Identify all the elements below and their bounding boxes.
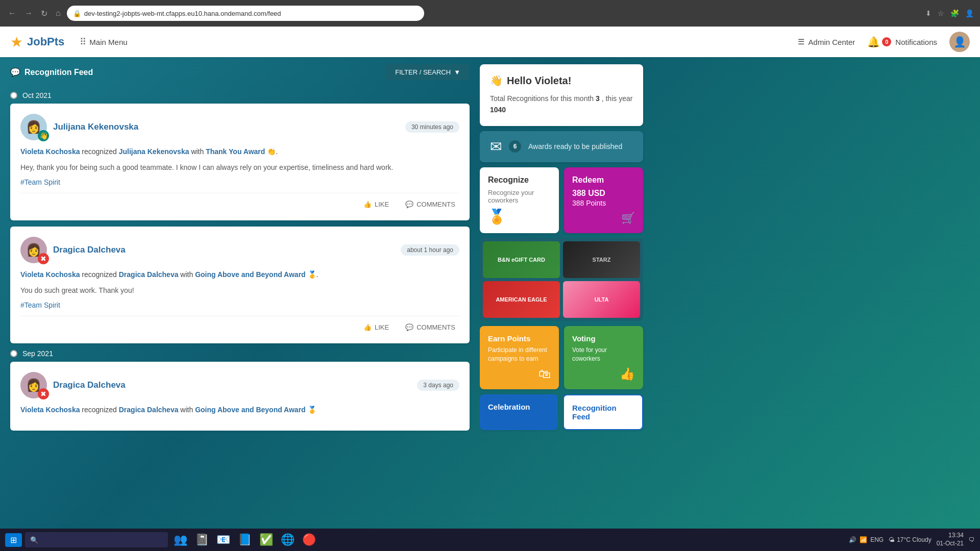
recognizer-name: Violeta Kochoska [20, 147, 80, 156]
awards-ready-card[interactable]: ✉ 6 Awards ready to be published [480, 131, 643, 162]
earn-points-card[interactable]: Earn Points Participate in different cam… [480, 326, 559, 390]
hashtag: #Team Spirit [20, 178, 60, 186]
main-content: 💬 Recognition Feed FILTER / SEARCH ▼ Oct… [0, 57, 980, 551]
card-user-info: 👩 ✖ Dragica Dalcheva [20, 372, 126, 398]
card-header: 👩 ✖ Dragica Dalcheva 3 days ago [20, 372, 459, 398]
user-avatar[interactable]: 👤 [949, 32, 970, 52]
reload-button[interactable]: ↻ [39, 7, 50, 20]
celebration-title: Celebration [488, 403, 530, 411]
time-badge: about 1 hour ago [401, 244, 459, 256]
search-icon: 🔍 [30, 536, 38, 544]
taskbar-app-checklist[interactable]: ✅ [257, 531, 275, 549]
date-display: 01-Oct-21 [937, 540, 964, 548]
card-footer: 👍 LIKE 💬 COMMENTS [20, 316, 459, 333]
thumb-icon: 👍 [620, 367, 635, 381]
recognized-verb: recognized [82, 270, 118, 279]
hello-name: Hello Violeta! [507, 75, 571, 87]
weather-text: 17°C Cloudy [897, 536, 932, 543]
awards-ready-text: Awards ready to be published [528, 142, 622, 151]
logo-area[interactable]: ★ JobPts [10, 34, 64, 51]
award-name: Going Above and Beyond Award [195, 270, 306, 279]
recognized-verb: recognized [82, 406, 118, 414]
forward-button[interactable]: → [22, 7, 35, 20]
like-button[interactable]: 👍 LIKE [359, 198, 393, 210]
taskbar-app-word[interactable]: 📘 [235, 531, 254, 549]
card-user-name: Dragica Dalcheva [53, 380, 126, 390]
feed-header: 💬 Recognition Feed FILTER / SEARCH ▼ [10, 57, 470, 87]
voting-card[interactable]: Voting Vote for your coworkers 👍 [564, 326, 643, 390]
gift-card-item[interactable]: B&N eGIFT CARD [483, 241, 560, 278]
card-header: 👩 👋 Julijana Kekenovska 30 minutes ago [20, 114, 459, 140]
filter-search-button[interactable]: FILTER / SEARCH ▼ [386, 64, 470, 80]
earn-points-sub: Participate in different campaigns to ea… [488, 346, 551, 363]
extensions-icon[interactable]: 🧩 [950, 9, 959, 17]
gift-card-item[interactable]: STARZ [563, 241, 640, 278]
recognize-card[interactable]: Recognize Recognize your coworkers 🏅 [480, 167, 559, 233]
taskbar-search[interactable]: 🔍 [25, 532, 168, 547]
notifications-label: Notifications [895, 38, 937, 46]
feed-title-icon: 💬 [10, 67, 20, 77]
taskbar-systray: 🔊 📶 ENG [849, 536, 884, 543]
comment-button[interactable]: 💬 COMMENTS [401, 321, 459, 333]
address-bar[interactable]: 🔒 dev-testing2-jobpts-web-mt.cfapps.eu10… [67, 6, 424, 21]
back-button[interactable]: ← [6, 7, 18, 20]
taskbar-app-outlook[interactable]: 📧 [214, 531, 232, 549]
voting-sub: Vote for your coworkers [572, 346, 635, 363]
recfeed-title: Recognition Feed [572, 404, 617, 421]
recipient-name: Dragica Dalcheva [119, 406, 179, 414]
timeline-dot [10, 92, 17, 99]
redeem-points: 388 Points [572, 199, 635, 207]
celebration-card[interactable]: Celebration [480, 394, 558, 430]
volume-icon: 📶 [860, 536, 867, 543]
gift-card-label: STARZ [593, 257, 611, 263]
timeline-marker-oct: Oct 2021 [10, 91, 470, 99]
card-user-name: Dragica Dalcheva [53, 245, 126, 255]
home-button[interactable]: ⌂ [54, 7, 63, 20]
lang-indicator: ENG [870, 536, 884, 543]
taskbar: ⊞ 🔍 👥 📓 📧 📘 ✅ 🌐 🔴 🔊 📶 ENG 🌤 17°C Cloudy … [0, 529, 980, 551]
recognition-feed-card[interactable]: Recognition Feed [563, 394, 643, 430]
redeem-amount: 388 USD [572, 189, 635, 198]
card-user-name: Julijana Kekenovska [53, 122, 138, 132]
notifications-button[interactable]: 🔔 0 Notifications [867, 36, 937, 48]
redeem-card[interactable]: Redeem 388 USD 388 Points 🛒 [564, 167, 643, 233]
total-year-count: 1040 [490, 106, 506, 114]
recipient-name: Julijana Kekenovska [119, 147, 189, 156]
admin-center-button[interactable]: ☰ Admin Center [798, 37, 855, 46]
action-cards-row: Recognize Recognize your coworkers 🏅 Red… [480, 167, 643, 233]
time-badge: 30 minutes ago [405, 121, 459, 133]
gift-card-item[interactable]: AMERICAN EAGLE [483, 281, 560, 318]
avatar-container: 👩 ✖ [20, 237, 47, 263]
card-user-info: 👩 👋 Julijana Kekenovska [20, 114, 138, 140]
timeline-dot [10, 350, 17, 357]
url-text: dev-testing2-jobpts-web-mt.cfapps.eu10.h… [84, 10, 281, 17]
taskbar-app-teams[interactable]: 👥 [171, 531, 189, 549]
medal-icon: 🏅 [488, 208, 551, 225]
start-button[interactable]: ⊞ [5, 533, 22, 547]
main-menu-button[interactable]: ⠿ Main Menu [75, 33, 132, 51]
gift-card-label: AMERICAN EAGLE [496, 296, 547, 303]
download-icon[interactable]: ⬇ [925, 9, 932, 17]
recognition-text: Violeta Kochoska recognized Julijana Kek… [20, 146, 459, 157]
timeline-marker-sep: Sep 2021 [10, 349, 470, 358]
paper-plane-icon: ✉ [490, 138, 502, 155]
taskbar-app-extra[interactable]: 🔴 [300, 531, 318, 549]
recognize-title: Recognize [488, 176, 551, 185]
gift-card-item[interactable]: ULTA [563, 281, 640, 318]
comment-button[interactable]: 💬 COMMENTS [401, 198, 459, 210]
taskbar-app-onenote[interactable]: 📓 [192, 531, 211, 549]
logo-text: JobPts [27, 35, 64, 48]
like-button[interactable]: 👍 LIKE [359, 321, 393, 333]
filter-label: FILTER / SEARCH [395, 68, 451, 76]
taskbar-app-chrome[interactable]: 🌐 [278, 531, 297, 549]
notification-badge: 0 [882, 37, 891, 46]
feed-card: 👩 ✖ Dragica Dalcheva 3 days ago Violeta … [10, 362, 470, 431]
gift-card-label: B&N eGIFT CARD [498, 257, 545, 263]
timeline-label: Sep 2021 [22, 349, 53, 358]
avatar-container: 👩 👋 [20, 114, 47, 140]
bookmark-icon[interactable]: ☆ [938, 9, 944, 17]
notifications-taskbar-icon[interactable]: 🗨 [969, 536, 975, 543]
message-text: You do such great work. Thank you! [20, 285, 459, 296]
profile-icon[interactable]: 👤 [965, 9, 974, 17]
award-emoji: 🥇 [308, 406, 316, 414]
